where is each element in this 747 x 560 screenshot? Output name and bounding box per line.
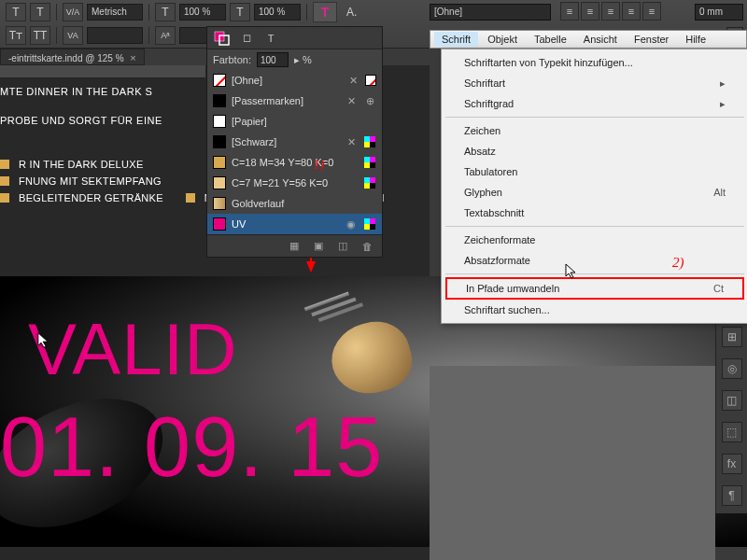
lock-icon: ✕ (345, 135, 358, 148)
panel-icon[interactable]: ◫ (722, 390, 742, 411)
char-tool-icon[interactable]: T (6, 3, 26, 21)
kerning-select[interactable] (87, 4, 143, 21)
va-icon[interactable]: V/A (63, 3, 83, 21)
swatch-row[interactable]: UV◉ (207, 214, 382, 234)
menu-item[interactable]: GlyphenAlt (444, 182, 746, 203)
menu-item[interactable]: Tabulatoren (444, 161, 746, 182)
menu-item[interactable]: Schriftgrad▸ (444, 93, 746, 114)
menu-schrift[interactable]: Schrift (434, 32, 478, 47)
tracking-input[interactable] (87, 27, 143, 44)
spot-icon: ◉ (345, 217, 358, 231)
tint-input[interactable] (257, 52, 289, 67)
svg-rect-14 (364, 218, 370, 224)
justify-icon[interactable]: ≡ (622, 2, 641, 21)
menu-fenster[interactable]: Fenster (627, 32, 676, 47)
smallcaps-icon[interactable]: Tᴛ (6, 26, 26, 45)
svg-rect-7 (370, 157, 375, 162)
swatch-name: [Ohne] (232, 75, 341, 86)
menu-item[interactable]: Absatzformate (444, 250, 746, 271)
scale-x-input[interactable] (179, 4, 226, 21)
list-item: FNUNG MIT SEKTEMPFANG (19, 175, 162, 187)
menu-item[interactable]: Absatz (444, 141, 746, 161)
swatch-row[interactable]: [Papier] (207, 111, 382, 132)
allcaps-icon[interactable]: TT (30, 26, 50, 45)
new-folder-icon[interactable]: ▣ (311, 240, 326, 253)
menu-item[interactable]: Zeichen (444, 120, 746, 141)
swatch-chip (213, 217, 226, 231)
bullet-icon (0, 176, 9, 186)
date-text[interactable]: 01. 09. 15 (0, 408, 383, 488)
valid-text[interactable]: VALID (28, 315, 238, 384)
menu-item[interactable]: Textabschnitt (444, 203, 746, 223)
panel-icon[interactable]: ⊞ (722, 327, 742, 347)
bullet-icon (0, 193, 9, 203)
baseline-icon[interactable]: Aª (155, 26, 176, 45)
scale-y-icon[interactable]: T (230, 3, 250, 21)
char-style-select[interactable]: [Ohne] (430, 4, 551, 21)
svg-rect-17 (370, 224, 375, 230)
menu-item[interactable]: In Pfade umwandelnCt (445, 277, 744, 300)
panel-icon[interactable]: ◎ (722, 358, 742, 379)
headline-1: MTE DINNER IN THE DARK S (0, 86, 152, 97)
menu-hilfe[interactable]: Hilfe (678, 32, 713, 47)
swatch-name: C=18 M=34 Y=80 K=0 (232, 157, 358, 168)
scale-y-input[interactable] (254, 4, 301, 21)
submenu-arrow-icon: ▸ (720, 98, 726, 110)
list-item: BEGLEITENDER GETRÄNKE (19, 192, 163, 203)
formatting-container-icon[interactable]: ◻ (237, 30, 256, 47)
panel-icon[interactable]: ¶ (722, 485, 742, 506)
annotation-1: 1) (313, 157, 325, 173)
formatting-text-icon[interactable]: T (261, 30, 280, 47)
swatch-row[interactable]: C=18 M=34 Y=80 K=0 (207, 152, 382, 173)
selection-cursor-icon (37, 332, 50, 349)
document-tab[interactable]: -eintrittskarte.indd @ 125 % × (0, 49, 145, 65)
swatch-row[interactable]: C=7 M=21 Y=56 K=0 (207, 173, 382, 193)
annotation-2: 2) (672, 255, 684, 271)
menu-item[interactable]: Zeichenformate (444, 230, 746, 250)
swatch-row[interactable]: Goldverlauf (207, 193, 382, 214)
svg-rect-6 (364, 157, 370, 162)
align-center-icon[interactable]: ≡ (581, 2, 599, 21)
svg-rect-4 (364, 142, 370, 147)
new-swatch-icon[interactable]: ◫ (335, 240, 350, 253)
menu-ansicht[interactable]: Ansicht (576, 32, 625, 47)
menu-bar[interactable]: SchriftObjektTabelleAnsichtFensterHilfe (430, 30, 747, 49)
svg-rect-16 (364, 224, 370, 230)
swatch-chip (213, 135, 226, 148)
svg-rect-12 (364, 183, 370, 189)
swatches-panel[interactable]: ◻ T Farbton: ▸ % [Ohne]✕[Passermarken]✕⊕… (206, 26, 383, 258)
menu-item[interactable]: Schriftarten von Typekit hinzufügen... (444, 52, 746, 73)
fill-stroke-icon[interactable] (213, 30, 232, 47)
panel-icon[interactable]: fx (722, 454, 742, 474)
indent-input[interactable]: 0 mm (695, 4, 743, 21)
side-panel-dock: ⊞ ◎ ◫ ⬚ fx ¶ (715, 317, 747, 513)
char-tool-icon[interactable]: T (30, 3, 50, 21)
justify-all-icon[interactable]: ≡ (642, 2, 661, 21)
swatch-grid-icon[interactable]: ▦ (287, 240, 302, 253)
fill-swatch-icon[interactable]: T (313, 2, 337, 22)
bullet-icon (186, 193, 195, 203)
align-left-icon[interactable]: ≡ (560, 2, 579, 21)
swatch-row[interactable]: [Schwarz]✕ (207, 132, 382, 152)
menu-tabelle[interactable]: Tabelle (527, 32, 574, 47)
align-right-icon[interactable]: ≡ (601, 2, 620, 21)
panel-icon[interactable]: ⬚ (722, 422, 742, 442)
swatch-chip (213, 115, 226, 128)
svg-rect-10 (364, 177, 370, 183)
tint-label: Farbton: (213, 54, 251, 65)
swatch-row[interactable]: [Passermarken]✕⊕ (207, 91, 382, 111)
menu-objekt[interactable]: Objekt (480, 32, 525, 47)
svg-rect-15 (370, 218, 375, 224)
headline-2: PROBE UND SORGT FÜR EINE (0, 115, 162, 126)
swatch-chip (213, 74, 226, 87)
menu-item[interactable]: Schriftart suchen... (444, 300, 746, 320)
swatch-row[interactable]: [Ohne]✕ (207, 70, 382, 91)
submenu-arrow-icon: ▸ (720, 77, 726, 90)
trash-icon[interactable]: 🗑 (359, 240, 374, 253)
swatch-chip (213, 94, 226, 107)
menu-item[interactable]: Schriftart▸ (444, 73, 746, 93)
tracking-icon[interactable]: VA (63, 26, 83, 45)
scale-x-icon[interactable]: T (155, 3, 176, 21)
type-menu-dropdown[interactable]: Schriftarten von Typekit hinzufügen...Sc… (441, 49, 747, 324)
swatch-name: UV (232, 218, 339, 230)
